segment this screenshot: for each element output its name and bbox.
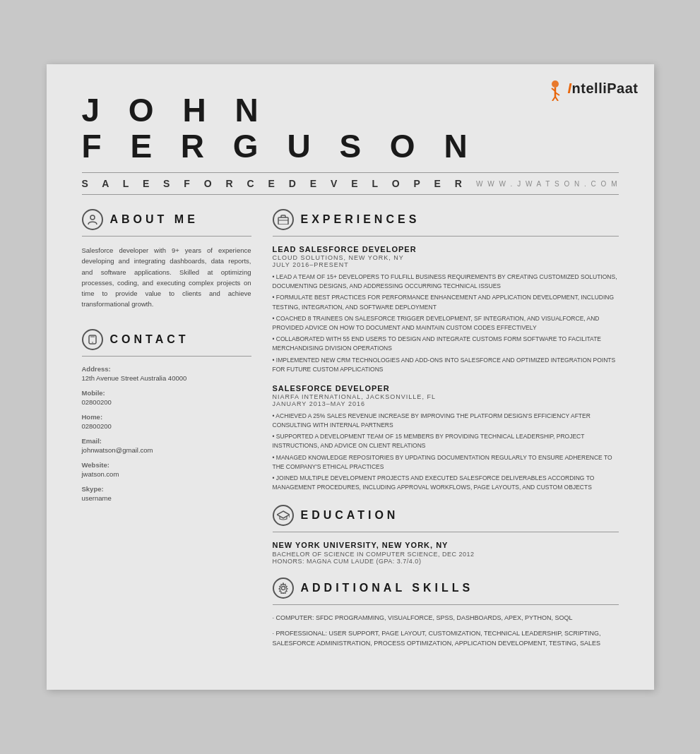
svg-rect-10 <box>278 217 288 225</box>
address-value: 12th Avenue Street Australia 40000 <box>82 374 251 382</box>
job-1-bullet-2: • FORMULATE BEST PRACTICES FOR PERFORMAN… <box>273 293 619 311</box>
svg-point-6 <box>90 215 95 220</box>
skype-label: Skype: <box>82 485 251 493</box>
education-section: EDUCATION NEW YORK UNIVERSITY, NEW YORK,… <box>273 505 619 565</box>
job-1-dates: JULY 2016–PRESENT <box>273 261 619 268</box>
svg-point-14 <box>281 587 285 590</box>
edu-divider <box>273 532 619 532</box>
mobile-value: 02800200 <box>82 398 251 406</box>
job-2: SALESFORCE DEVELOPER NIARFA INTERNATIONA… <box>273 384 619 492</box>
gear-icon <box>273 578 294 599</box>
svg-line-5 <box>555 97 558 101</box>
mobile-label: Mobile: <box>82 389 251 397</box>
resume-header: J O H N F E R G U S O N S A L E S F O R … <box>82 92 619 195</box>
website-value: jwatson.com <box>82 470 251 478</box>
svg-point-0 <box>552 80 559 88</box>
header-website: W W W . J W A T S O N . C O M <box>476 180 619 188</box>
experiences-section: EXPERIENCES LEAD SALESFORCE DEVELOPER CL… <box>273 209 619 492</box>
about-me-section: ABOUT ME Salesforce developer with 9+ ye… <box>82 209 251 309</box>
job-2-title: SALESFORCE DEVELOPER <box>273 384 619 393</box>
edu-school: NEW YORK UNIVERSITY, NEW YORK, NY <box>273 541 619 549</box>
intellipaat-logo: IntelliPaat <box>545 77 639 101</box>
about-me-title: ABOUT ME <box>110 213 198 226</box>
about-me-text: Salesforce developer with 9+ years of ex… <box>82 245 251 309</box>
left-column: ABOUT ME Salesforce developer with 9+ ye… <box>82 209 251 662</box>
phone-icon <box>82 329 103 350</box>
job-2-bullet-3: • MANAGED KNOWLEDGE REPOSITORIES BY UPDA… <box>273 453 619 472</box>
contact-section: CONTACT Address: 12th Avenue Street Aust… <box>82 329 251 502</box>
job-2-bullet-1: • ACHIEVED A 25% SALES REVENUE INCREASE … <box>273 412 619 430</box>
first-name: J O H N <box>82 92 619 128</box>
skill-computer: · COMPUTER: SFDC PROGRAMMING, VISUALFORC… <box>273 614 619 623</box>
experiences-header: EXPERIENCES <box>273 209 619 230</box>
about-me-header: ABOUT ME <box>82 209 251 230</box>
website-label: Website: <box>82 461 251 469</box>
right-column: EXPERIENCES LEAD SALESFORCE DEVELOPER CL… <box>273 209 619 662</box>
job-title: S A L E S F O R C E D E V E L O P E R <box>82 178 468 189</box>
education-header: EDUCATION <box>273 505 619 526</box>
job-1-bullet-4: • COLLABORATED WITH 55 END USERS TO DESI… <box>273 335 619 353</box>
job-1-bullet-3: • COACHED 8 TRAINEES ON SALESFORCE TRIGG… <box>273 314 619 333</box>
contact-header: CONTACT <box>82 329 251 350</box>
skills-title: ADDITIONAL SKILLS <box>301 582 474 594</box>
svg-point-8 <box>92 342 93 343</box>
contact-divider <box>82 356 251 357</box>
job-2-bullet-2: • SUPPORTED A DEVELOPMENT TEAM OF 15 MEM… <box>273 432 619 450</box>
job-1: LEAD SALESFORCE DEVELOPER CLOUD SOLUTION… <box>273 245 619 374</box>
contact-title: CONTACT <box>110 333 189 346</box>
svg-marker-12 <box>277 511 290 518</box>
two-column-layout: ABOUT ME Salesforce developer with 9+ ye… <box>82 209 619 662</box>
education-title: EDUCATION <box>301 509 399 522</box>
job-2-bullets: • ACHIEVED A 25% SALES REVENUE INCREASE … <box>273 412 619 492</box>
job-1-title: LEAD SALESFORCE DEVELOPER <box>273 245 619 253</box>
job-2-dates: JANUARY 2013–MAY 2016 <box>273 400 619 407</box>
skype-value: username <box>82 494 251 502</box>
resume-page: IntelliPaat J O H N F E R G U S O N S A … <box>47 64 654 690</box>
title-row: S A L E S F O R C E D E V E L O P E R W … <box>82 172 619 195</box>
briefcase-icon <box>273 209 294 230</box>
home-value: 02800200 <box>82 422 251 430</box>
person-icon <box>82 209 103 230</box>
email-label: Email: <box>82 437 251 445</box>
last-name: F E R G U S O N <box>82 128 619 164</box>
address-label: Address: <box>82 365 251 373</box>
job-1-bullet-1: • LEAD A TEAM OF 15+ DEVELOPERS TO FULFI… <box>273 273 619 291</box>
exp-divider <box>273 236 619 237</box>
job-2-company: NIARFA INTERNATIONAL, JACKSONVILLE, FL <box>273 393 619 400</box>
skills-header: ADDITIONAL SKILLS <box>273 578 619 599</box>
job-1-company: CLOUD SOLUTIONS, NEW YORK, NY <box>273 254 619 261</box>
job-2-bullet-4: • JOINED MULTIPLE DEVELOPMENT PROJECTS A… <box>273 474 619 492</box>
skills-section: ADDITIONAL SKILLS · COMPUTER: SFDC PROGR… <box>273 578 619 649</box>
edu-degree: BACHELOR OF SCIENCE IN COMPUTER SCIENCE,… <box>273 551 619 558</box>
job-1-bullets: • LEAD A TEAM OF 15+ DEVELOPERS TO FULFI… <box>273 273 619 374</box>
experiences-title: EXPERIENCES <box>301 213 420 226</box>
graduation-icon <box>273 505 294 526</box>
home-label: Home: <box>82 413 251 421</box>
job-1-bullet-5: • IMPLEMENTED NEW CRM TECHNOLOGIES AND A… <box>273 356 619 374</box>
edu-honors: HONORS: MAGNA CUM LAUDE (GPA: 3.7/4.0) <box>273 558 619 565</box>
about-divider <box>82 236 251 237</box>
skills-divider <box>273 604 619 605</box>
email-value: johnwatson@gmail.com <box>82 446 251 454</box>
skill-professional: · PROFESSIONAL: USER SUPPORT, PAGE LAYOU… <box>273 629 619 649</box>
